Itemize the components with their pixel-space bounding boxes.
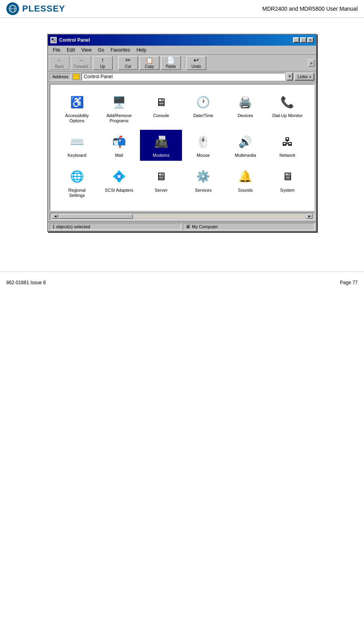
- mycomputer-label: My Computer: [192, 224, 218, 229]
- menu-file[interactable]: File: [50, 46, 63, 54]
- titlebar-left: Control Panel: [50, 37, 90, 43]
- accessibility-icon: ♿: [67, 92, 86, 112]
- icon-item-dialup[interactable]: 📞Dial-Up Monitor: [266, 90, 308, 126]
- copy-icon: 📋: [146, 57, 153, 64]
- undo-icon: ↩: [193, 57, 199, 64]
- horizontal-scrollbar[interactable]: ◀ ▶: [50, 212, 314, 220]
- icon-item-multimedia[interactable]: 🔊Multimedia: [224, 130, 266, 160]
- system-label: System: [280, 188, 295, 193]
- page-title: MDR2400 and MDR5800 User Manual: [262, 6, 358, 12]
- dialup-icon: 📞: [278, 92, 297, 112]
- network-icon: 🖧: [278, 132, 297, 151]
- toolbar-separator-1: [115, 57, 116, 69]
- multimedia-label: Multimedia: [235, 153, 256, 158]
- status-mycomputer: 🖥 My Computer: [183, 223, 314, 230]
- addressbar: Address Control Panel ▼ Links »: [48, 71, 316, 82]
- address-icon: [73, 73, 80, 80]
- copy-label: Copy: [145, 64, 154, 69]
- cut-icon: ✂: [125, 57, 130, 64]
- menu-favorites[interactable]: Favorites: [107, 46, 133, 54]
- menu-edit[interactable]: Edit: [63, 46, 78, 54]
- icon-item-server[interactable]: 🖥Server: [140, 165, 182, 200]
- address-input[interactable]: Control Panel: [81, 73, 285, 81]
- mouse-icon: 🖱️: [194, 132, 213, 151]
- services-icon: ⚙️: [194, 167, 213, 186]
- multimedia-icon: 🔊: [236, 132, 255, 151]
- sounds-icon: 🔔: [236, 167, 255, 186]
- icon-item-datetime[interactable]: 🕐Date/Time: [182, 90, 224, 126]
- server-icon: 🖥: [151, 167, 171, 186]
- svg-rect-4: [52, 39, 54, 40]
- menubar: File Edit View Go Favorites Help: [48, 46, 316, 55]
- statusbar: 1 object(s) selected 🖥 My Computer: [48, 221, 316, 231]
- status-text: 1 object(s) selected: [50, 223, 181, 230]
- dialup-label: Dial-Up Monitor: [272, 113, 303, 118]
- undo-label: Undo: [192, 64, 201, 69]
- keyboard-icon: ⌨️: [67, 132, 86, 151]
- scroll-right-button[interactable]: ▶: [306, 214, 312, 219]
- scroll-track: [59, 214, 305, 219]
- icon-item-devices[interactable]: 🖨️Devices: [224, 90, 266, 126]
- maximize-button[interactable]: □: [300, 37, 307, 43]
- page-footer: 862-01881 Issue 8 Page 77: [0, 272, 364, 293]
- back-label: Back: [55, 64, 64, 69]
- undo-button[interactable]: ↩ Undo: [186, 56, 206, 70]
- forward-button[interactable]: → Forward: [71, 56, 91, 70]
- icon-item-network[interactable]: 🖧Network: [266, 130, 308, 160]
- menu-view[interactable]: View: [78, 46, 95, 54]
- footer-issue: 862-01881 Issue 8: [6, 280, 46, 285]
- links-button[interactable]: Links »: [295, 73, 314, 81]
- paste-icon: 📄: [167, 57, 175, 64]
- add-remove-icon: 🖥️: [109, 92, 128, 112]
- datetime-label: Date/Time: [193, 113, 213, 118]
- icon-item-mouse[interactable]: 🖱️Mouse: [182, 130, 224, 160]
- menu-go[interactable]: Go: [95, 46, 107, 54]
- titlebar: Control Panel _ □ ✕: [48, 35, 316, 46]
- devices-icon: 🖨️: [236, 92, 255, 112]
- scroll-left-button[interactable]: ◀: [52, 214, 58, 219]
- icon-item-mail[interactable]: 📬Mail: [98, 130, 140, 160]
- svg-rect-5: [54, 40, 55, 42]
- icon-item-sounds[interactable]: 🔔Sounds: [224, 165, 266, 200]
- up-icon: ↑: [101, 57, 104, 64]
- keyboard-label: Keyboard: [68, 153, 86, 158]
- back-button[interactable]: ← Back: [50, 56, 69, 70]
- cut-label: Cut: [125, 64, 131, 69]
- cut-button[interactable]: ✂ Cut: [118, 56, 138, 70]
- paste-button[interactable]: 📄 Paste: [161, 56, 181, 70]
- mycomputer-icon: 🖥: [186, 224, 190, 229]
- icon-item-modems[interactable]: 📠Modems: [140, 130, 182, 160]
- add-remove-label: Add/Remove Programs: [103, 113, 135, 123]
- toolbar-more[interactable]: »: [308, 60, 314, 67]
- system-icon: 🖥: [278, 167, 297, 186]
- scroll-thumb[interactable]: [59, 214, 133, 219]
- address-label: Address: [50, 73, 71, 80]
- icon-grid: ♿Accessibility Options🖥️Add/Remove Progr…: [54, 89, 310, 202]
- toolbar: ← Back → Forward ↑ Up ✂ Cut 📋 Copy 📄: [48, 55, 316, 71]
- minimize-button[interactable]: _: [293, 37, 299, 43]
- copy-button[interactable]: 📋 Copy: [140, 56, 159, 70]
- icon-item-console[interactable]: 🖥Console: [140, 90, 182, 126]
- console-icon: 🖥: [151, 92, 171, 112]
- toolbar-separator-2: [183, 57, 184, 69]
- icon-item-keyboard[interactable]: ⌨️Keyboard: [56, 130, 98, 160]
- control-panel-window: Control Panel _ □ ✕ File Edit View Go Fa…: [47, 34, 317, 232]
- icon-item-system[interactable]: 🖥System: [266, 165, 308, 200]
- content-area: ♿Accessibility Options🖥️Add/Remove Progr…: [50, 84, 314, 211]
- mouse-label: Mouse: [197, 153, 210, 158]
- icon-item-scsi[interactable]: 💠SCSI Adapters: [98, 165, 140, 200]
- regional-icon: 🌐: [67, 167, 86, 186]
- icon-item-regional[interactable]: 🌐Regional Settings: [56, 165, 98, 200]
- modems-icon: 📠: [151, 132, 171, 151]
- icon-item-add-remove[interactable]: 🖥️Add/Remove Programs: [98, 90, 140, 126]
- address-dropdown[interactable]: ▼: [287, 73, 293, 81]
- modems-label: Modems: [153, 153, 169, 158]
- scsi-label: SCSI Adapters: [105, 188, 133, 193]
- up-button[interactable]: ↑ Up: [93, 56, 113, 70]
- icon-item-accessibility[interactable]: ♿Accessibility Options: [56, 90, 98, 126]
- mail-label: Mail: [115, 153, 123, 158]
- close-button[interactable]: ✕: [307, 37, 314, 43]
- icon-item-services[interactable]: ⚙️Services: [182, 165, 224, 200]
- menu-help[interactable]: Help: [133, 46, 149, 54]
- back-icon: ←: [56, 57, 63, 64]
